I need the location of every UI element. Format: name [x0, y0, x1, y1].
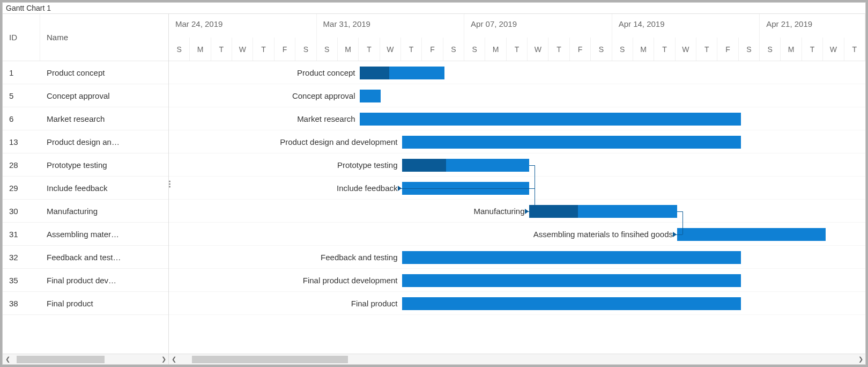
- task-bar[interactable]: [360, 90, 381, 102]
- task-bar[interactable]: [402, 297, 741, 310]
- week-header-cell: Apr 21, 2019: [760, 14, 865, 38]
- task-bar[interactable]: [360, 113, 741, 126]
- week-header-cell: Mar 31, 2019: [317, 14, 465, 38]
- grid-body: 1Product concept5Concept approval6Market…: [3, 61, 168, 354]
- task-name-cell: Concept approval: [40, 91, 168, 100]
- task-id-cell: 13: [3, 137, 40, 146]
- week-header-cell: Apr 14, 2019: [612, 14, 760, 38]
- column-header-id[interactable]: ID: [3, 14, 40, 61]
- day-header-cell: S: [612, 38, 633, 61]
- scrollbar-thumb[interactable]: [192, 356, 347, 363]
- task-bar-wrapper[interactable]: Prototype testing: [402, 153, 529, 177]
- day-header-cell: S: [760, 38, 781, 61]
- task-row[interactable]: 29Include feedback: [3, 177, 168, 200]
- task-bar[interactable]: [402, 251, 741, 264]
- task-bar-label: Product design and development: [280, 137, 402, 146]
- chart-row: Market research: [169, 107, 865, 130]
- task-row[interactable]: 30Manufacturing: [3, 200, 168, 223]
- task-row[interactable]: 28Prototype testing: [3, 153, 168, 177]
- task-row[interactable]: 38Final product: [3, 292, 168, 315]
- chart-row: Manufacturing: [169, 200, 865, 223]
- column-header-name[interactable]: Name: [40, 14, 168, 61]
- scrollbar-track[interactable]: [12, 356, 159, 363]
- task-bar-wrapper[interactable]: Product design and development: [402, 130, 741, 153]
- task-bar-wrapper[interactable]: Final product: [402, 292, 741, 315]
- scrollbar-right-button[interactable]: ❯: [159, 355, 168, 364]
- day-header-cell: S: [464, 38, 485, 61]
- day-header-cell: T: [548, 38, 569, 61]
- day-header-cell: S: [317, 38, 338, 61]
- day-header-cell: T: [802, 38, 823, 61]
- day-header-cell: W: [232, 38, 253, 61]
- week-header-cell: Mar 24, 2019: [169, 14, 317, 38]
- connector-line: [682, 211, 683, 234]
- task-bar-wrapper[interactable]: Product concept: [360, 61, 444, 84]
- connector-arrow-icon: [398, 186, 402, 191]
- task-name-cell: Include feedback: [40, 184, 168, 193]
- task-grid: ID Name 1Product concept5Concept approva…: [3, 14, 169, 354]
- scrollbar-thumb[interactable]: [17, 356, 105, 363]
- task-bar-label: Concept approval: [292, 91, 360, 100]
- connector-line: [677, 211, 682, 212]
- task-bar[interactable]: [402, 136, 741, 149]
- task-name-cell: Product design an…: [40, 137, 168, 146]
- task-row[interactable]: 5Concept approval: [3, 84, 168, 107]
- chart-row: Product concept: [169, 61, 865, 84]
- day-header-cell: S: [591, 38, 612, 61]
- day-header-cell: W: [380, 38, 401, 61]
- task-bar[interactable]: [529, 205, 678, 218]
- task-row[interactable]: 31Assembling mater…: [3, 223, 168, 246]
- chart-row: Concept approval: [169, 84, 865, 107]
- task-bar-label: Final product: [351, 299, 402, 308]
- scrollbar-left-button[interactable]: ❮: [169, 355, 179, 364]
- task-row[interactable]: 32Feedback and test…: [3, 246, 168, 269]
- day-header-cell: T: [359, 38, 380, 61]
- task-bar[interactable]: [677, 228, 826, 241]
- day-header-cell: W: [823, 38, 844, 61]
- task-bar[interactable]: [402, 274, 741, 287]
- task-name-cell: Feedback and test…: [40, 253, 168, 262]
- gantt-chart: Gantt Chart 1 ID Name 1Product concept5C…: [2, 2, 866, 365]
- day-header-cell: M: [485, 38, 506, 61]
- task-bar-wrapper[interactable]: Manufacturing: [529, 200, 678, 223]
- timeline-horizontal-scrollbar[interactable]: ❮ ❯: [169, 354, 865, 364]
- task-bar-wrapper[interactable]: Market research: [360, 107, 741, 130]
- task-row[interactable]: 1Product concept: [3, 61, 168, 84]
- task-row[interactable]: 6Market research: [3, 107, 168, 130]
- timeline-pane: Mar 24, 2019Mar 31, 2019Apr 07, 2019Apr …: [169, 14, 865, 354]
- chart-body[interactable]: Product conceptConcept approvalMarket re…: [169, 61, 865, 354]
- task-bar-label: Market research: [297, 114, 359, 123]
- task-bar[interactable]: [402, 159, 529, 172]
- connector-line: [398, 188, 535, 189]
- task-bar-label: Product concept: [297, 68, 359, 77]
- day-header-cell: T: [696, 38, 717, 61]
- task-name-cell: Market research: [40, 114, 168, 123]
- task-row[interactable]: 13Product design an…: [3, 130, 168, 153]
- day-header-cell: S: [295, 38, 316, 61]
- task-bar-wrapper[interactable]: Concept approval: [360, 84, 381, 107]
- task-row[interactable]: 35Final product dev…: [3, 269, 168, 292]
- task-id-cell: 30: [3, 207, 40, 216]
- scrollbar-track[interactable]: [179, 356, 856, 363]
- task-bar-wrapper[interactable]: Assembling materials to finsihed goods: [677, 223, 826, 246]
- task-id-cell: 5: [3, 91, 40, 100]
- chart-row: Final product: [169, 292, 865, 315]
- day-header-cell: W: [528, 38, 548, 61]
- task-bar-wrapper[interactable]: Final product development: [402, 269, 741, 292]
- connector-line: [529, 165, 535, 166]
- day-header-cell: F: [570, 38, 591, 61]
- task-bar-wrapper[interactable]: Feedback and testing: [402, 246, 741, 269]
- content: ID Name 1Product concept5Concept approva…: [3, 14, 865, 354]
- grid-horizontal-scrollbar[interactable]: ❮ ❯: [3, 354, 169, 364]
- task-bar-label: Include feedback: [337, 184, 402, 193]
- day-header-cell: S: [739, 38, 760, 61]
- task-bar[interactable]: [360, 67, 444, 79]
- splitter-handle[interactable]: [169, 180, 170, 187]
- chart-row: Final product development: [169, 269, 865, 292]
- task-bar-label: Prototype testing: [337, 160, 402, 170]
- scrollbar-left-button[interactable]: ❮: [3, 355, 12, 364]
- task-id-cell: 29: [3, 184, 40, 193]
- scrollbar-right-button[interactable]: ❯: [856, 355, 865, 364]
- task-bar-label: Feedback and testing: [321, 253, 402, 262]
- day-header-cell: S: [169, 38, 190, 61]
